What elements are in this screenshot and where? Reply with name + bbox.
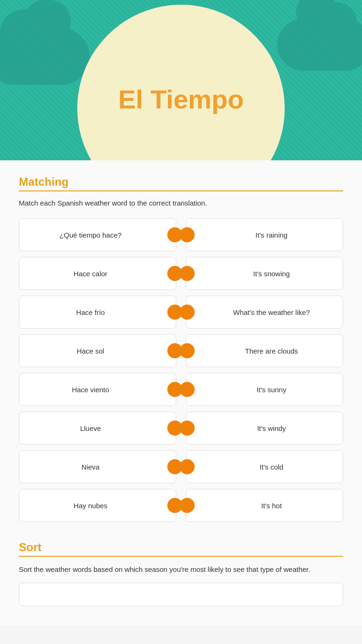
right-item-2[interactable]: It's snowing [186, 257, 343, 290]
right-dot-2[interactable] [180, 266, 195, 281]
left-item-8[interactable]: Hay nubes [19, 489, 176, 522]
right-dot-8[interactable] [180, 498, 195, 513]
left-item-5[interactable]: Hace viento [19, 373, 176, 406]
right-dot-1[interactable] [180, 227, 195, 242]
sort-input-area[interactable] [19, 583, 343, 606]
left-item-6[interactable]: Llueve [19, 412, 176, 445]
content-area: Matching Match each Spanish weather word… [0, 160, 362, 625]
page-title: El Tiempo [118, 84, 244, 115]
right-item-6[interactable]: It's windy [186, 412, 343, 445]
right-item-8[interactable]: It's hot [186, 489, 343, 522]
matching-grid: ¿Qué tiempo hace? It's raining Hace calo… [19, 218, 343, 522]
sort-divider [19, 556, 343, 557]
cloud-left-icon [0, 28, 90, 85]
header: El Tiempo [0, 0, 362, 160]
left-item-4[interactable]: Hace sol [19, 334, 176, 367]
sort-section-title: Sort [19, 541, 343, 554]
matching-divider [19, 190, 343, 191]
cloud-right-icon [277, 19, 362, 71]
right-item-1[interactable]: It's raining [186, 218, 343, 251]
right-item-7[interactable]: It's cold [186, 450, 343, 483]
right-dot-5[interactable] [180, 382, 195, 397]
sort-description: Sort the weather words based on which se… [19, 564, 343, 575]
right-dot-4[interactable] [180, 343, 195, 358]
right-item-3[interactable]: What's the weather like? [186, 296, 343, 329]
left-item-3[interactable]: Hace frío [19, 296, 176, 329]
left-item-2[interactable]: Hace calor [19, 257, 176, 290]
left-item-1[interactable]: ¿Qué tiempo hace? [19, 218, 176, 251]
right-dot-6[interactable] [180, 421, 195, 436]
matching-section-title: Matching [19, 175, 343, 189]
left-item-7[interactable]: Nieva [19, 450, 176, 483]
matching-section: Matching Match each Spanish weather word… [19, 175, 343, 522]
right-dot-3[interactable] [180, 305, 195, 320]
right-dot-7[interactable] [180, 459, 195, 474]
right-item-4[interactable]: There are clouds [186, 334, 343, 367]
sort-section: Sort Sort the weather words based on whi… [19, 541, 343, 606]
right-item-5[interactable]: It's sunny [186, 373, 343, 406]
matching-description: Match each Spanish weather word to the c… [19, 199, 343, 207]
